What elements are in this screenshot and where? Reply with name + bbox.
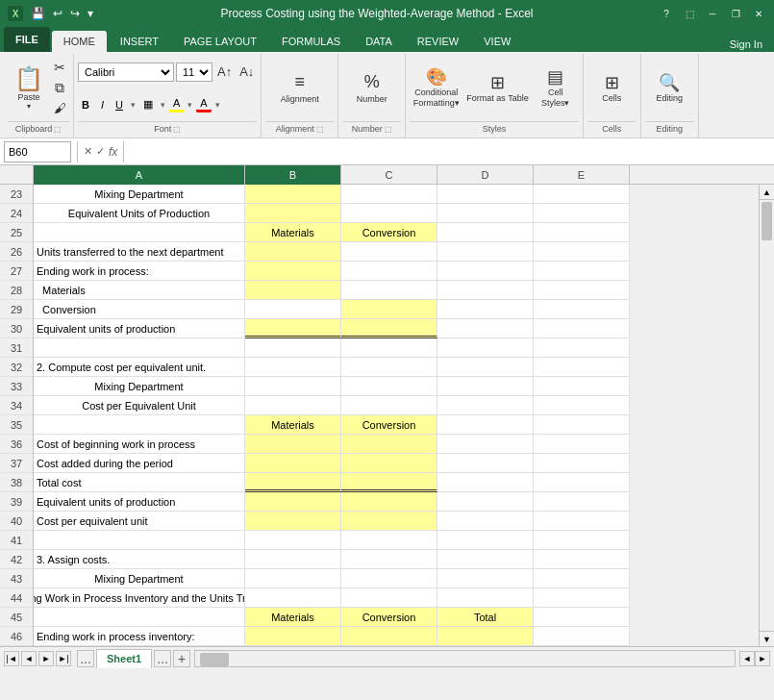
cell-a37[interactable]: Cost added during the period	[34, 454, 245, 473]
cell-d42[interactable]	[437, 550, 534, 569]
tab-file[interactable]: FILE	[4, 27, 50, 52]
cell-d28[interactable]	[437, 281, 534, 300]
increase-font-button[interactable]: A↑	[214, 62, 235, 82]
restore-button[interactable]: ❐	[728, 6, 743, 21]
row-num-25[interactable]: 25	[0, 223, 33, 242]
format-as-table-button[interactable]: ⊞ Format as Table	[464, 60, 530, 115]
cell-e34[interactable]	[534, 396, 630, 415]
sign-in-link[interactable]: Sign In	[722, 37, 770, 52]
row-num-44[interactable]: 44	[0, 588, 33, 608]
col-header-a[interactable]: A	[34, 165, 245, 185]
cell-a40[interactable]: Cost per equivalent unit	[34, 512, 245, 531]
cell-b37[interactable]	[245, 454, 341, 473]
cell-b35[interactable]: Materials	[245, 415, 341, 435]
cell-e41[interactable]	[534, 531, 630, 550]
row-num-42[interactable]: 42	[0, 550, 33, 569]
cell-c25[interactable]: Conversion	[341, 223, 437, 242]
cell-d26[interactable]	[437, 242, 534, 262]
row-num-39[interactable]: 39	[0, 492, 33, 512]
cell-b34[interactable]	[245, 396, 341, 415]
number-button[interactable]: % Number	[353, 59, 391, 116]
cell-a28[interactable]: Materials	[34, 281, 245, 300]
cell-d37[interactable]	[437, 454, 534, 473]
col-header-c[interactable]: C	[341, 165, 437, 185]
decrease-font-button[interactable]: A↓	[237, 62, 257, 82]
cell-e31[interactable]	[534, 338, 630, 358]
cell-c38[interactable]	[341, 473, 437, 492]
cell-b24[interactable]	[245, 204, 341, 223]
cell-d23[interactable]	[437, 185, 534, 204]
cell-a34[interactable]: Cost per Equivalent Unit	[34, 396, 245, 415]
cell-d35[interactable]	[437, 415, 534, 435]
row-num-37[interactable]: 37	[0, 454, 33, 473]
cell-e28[interactable]	[534, 281, 630, 300]
ribbon-toggle-button[interactable]: ⬚	[682, 6, 697, 21]
col-header-e[interactable]: E	[534, 165, 630, 185]
tab-data[interactable]: DATA	[354, 31, 404, 52]
cell-d46[interactable]	[437, 627, 534, 646]
clipboard-expand-icon[interactable]: ⬚	[54, 125, 62, 134]
cell-e24[interactable]	[534, 204, 630, 223]
cell-a31[interactable]	[34, 338, 245, 358]
paste-button[interactable]: 📋 Paste ▾	[8, 60, 50, 115]
scroll-up-button[interactable]: ▲	[760, 185, 775, 200]
cell-b45[interactable]: Materials	[245, 608, 341, 627]
cell-a36[interactable]: Cost of beginning work in process	[34, 435, 245, 454]
cell-d31[interactable]	[437, 338, 534, 358]
cell-a42[interactable]: 3. Assign costs.	[34, 550, 245, 569]
cell-b46[interactable]	[245, 627, 341, 646]
add-sheet-button[interactable]: +	[173, 650, 190, 667]
cell-b36[interactable]	[245, 435, 341, 454]
minimize-button[interactable]: ─	[705, 6, 720, 21]
cell-c37[interactable]	[341, 454, 437, 473]
cell-a23[interactable]: Mixing Department	[34, 185, 245, 204]
cell-c46[interactable]	[341, 627, 437, 646]
italic-button[interactable]: I	[97, 98, 108, 112]
cell-a46[interactable]: Ending work in process inventory:	[34, 627, 245, 646]
cell-b38[interactable]	[245, 473, 341, 492]
scroll-right-button[interactable]: ►	[755, 651, 770, 666]
cell-d45[interactable]: Total	[437, 608, 534, 627]
row-num-30[interactable]: 30	[0, 319, 33, 338]
help-button[interactable]: ?	[659, 6, 674, 21]
cell-c24[interactable]	[341, 204, 437, 223]
alignment-button[interactable]: ≡ Alignment	[277, 59, 323, 116]
cell-e46[interactable]	[534, 627, 630, 646]
cell-c39[interactable]	[341, 492, 437, 512]
row-num-23[interactable]: 23	[0, 185, 33, 204]
tab-home[interactable]: HOME	[52, 31, 107, 52]
undo-icon[interactable]: ↩	[51, 7, 64, 20]
cell-e33[interactable]	[534, 377, 630, 396]
editing-button[interactable]: 🔍 Editing	[645, 60, 693, 115]
sheet-tab-ellipsis-right[interactable]: ...	[154, 650, 171, 667]
cell-b39[interactable]	[245, 492, 341, 512]
cell-d30[interactable]	[437, 319, 534, 338]
cell-c32[interactable]	[341, 358, 437, 377]
bold-button[interactable]: B	[78, 98, 93, 112]
vertical-scrollbar[interactable]: ▲ ▼	[759, 185, 774, 646]
cell-e37[interactable]	[534, 454, 630, 473]
cell-d32[interactable]	[437, 358, 534, 377]
cell-e27[interactable]	[534, 262, 630, 281]
cell-a43[interactable]: Mixing Department	[34, 569, 245, 588]
cell-c43[interactable]	[341, 569, 437, 588]
cell-c27[interactable]	[341, 262, 437, 281]
cell-d34[interactable]	[437, 396, 534, 415]
cell-c23[interactable]	[341, 185, 437, 204]
row-num-27[interactable]: 27	[0, 262, 33, 281]
row-num-40[interactable]: 40	[0, 512, 33, 531]
cell-b31[interactable]	[245, 338, 341, 358]
cell-d24[interactable]	[437, 204, 534, 223]
cell-c42[interactable]	[341, 550, 437, 569]
cell-d25[interactable]	[437, 223, 534, 242]
cell-d36[interactable]	[437, 435, 534, 454]
sheet-tab-sheet1[interactable]: Sheet1	[96, 649, 152, 668]
cell-a30[interactable]: Equivalent units of production	[34, 319, 245, 338]
insert-function-button[interactable]: fx	[109, 145, 117, 159]
scroll-down-button[interactable]: ▼	[760, 631, 775, 646]
cell-b29[interactable]	[245, 300, 341, 319]
cell-c35[interactable]: Conversion	[341, 415, 437, 435]
conditional-formatting-button[interactable]: 🎨 ConditionalFormatting▾	[410, 60, 462, 115]
scroll-thumb-h[interactable]	[200, 653, 229, 666]
scroll-prev-sheet-button[interactable]: ◄	[21, 651, 37, 666]
